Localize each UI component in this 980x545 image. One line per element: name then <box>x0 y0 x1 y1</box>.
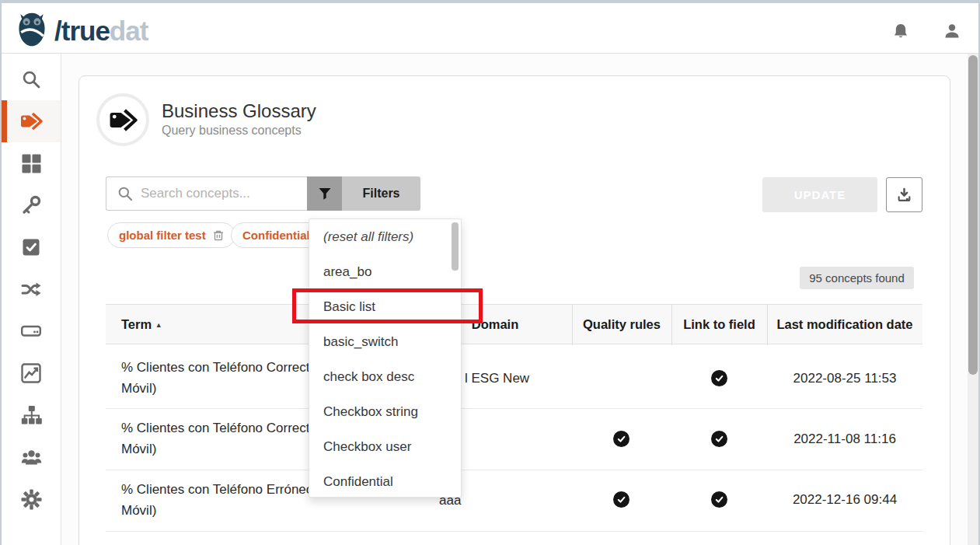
sidebar-item-glossary[interactable] <box>2 100 61 142</box>
chip-label: global filter test <box>119 229 206 242</box>
dropdown-item[interactable]: Confidential <box>309 464 461 499</box>
column-header-link-to-field[interactable]: Link to field <box>671 305 767 345</box>
sidebar-item-dashboards[interactable] <box>2 352 61 394</box>
row-last-modification: 2022-11-08 11:16 <box>767 431 922 447</box>
glossary-avatar <box>96 93 149 146</box>
header-divider <box>572 305 573 345</box>
sidebar-item-structures[interactable] <box>2 394 61 436</box>
column-header-last-modification[interactable]: Last modification date <box>767 305 922 345</box>
sidebar-item-quality[interactable] <box>2 226 61 268</box>
sidebar-item-settings[interactable] <box>2 478 61 520</box>
page-title: Business Glossary <box>162 100 316 122</box>
check-square-icon <box>22 238 40 257</box>
row-divider <box>106 531 922 532</box>
row-divider <box>106 408 922 409</box>
owl-logo-icon <box>14 11 50 51</box>
row-last-modification: 2022-12-16 09:44 <box>767 492 922 508</box>
search-icon <box>117 186 133 201</box>
window-frame-edge <box>0 0 2 545</box>
update-button[interactable]: UPDATE <box>762 177 877 212</box>
link-to-field-check-icon <box>711 491 727 508</box>
row-last-modification: 2022-08-25 11:53 <box>767 371 922 386</box>
link-to-field-check-icon <box>711 370 727 386</box>
dropdown-item[interactable]: Checkbox user <box>309 429 461 464</box>
search-input[interactable] <box>141 186 288 201</box>
dropdown-item[interactable]: Checkbox string <box>309 394 461 429</box>
sidebar-item-permissions[interactable] <box>2 184 61 226</box>
column-header-quality-rules[interactable]: Quality rules <box>572 305 671 345</box>
dropdown-item[interactable]: basic_switch <box>309 324 461 359</box>
header-divider <box>671 305 672 345</box>
hard-drive-icon <box>21 321 41 341</box>
filters-button-label: Filters <box>342 176 420 211</box>
column-header-term[interactable]: Term ▲ <box>121 305 162 345</box>
sidebar-nav <box>2 54 61 545</box>
quality-rules-check-icon <box>613 431 630 447</box>
sidebar-item-search[interactable] <box>2 58 61 100</box>
sidebar-item-data-sources[interactable] <box>2 310 61 352</box>
header-divider <box>767 305 768 345</box>
filters-button[interactable]: Filters <box>307 176 420 211</box>
sidebar-item-catalog[interactable] <box>2 142 61 184</box>
dropdown-item-basic-list[interactable]: Basic list <box>309 289 461 324</box>
filters-dropdown: (reset all filters) area_bo Basic list b… <box>309 218 462 498</box>
gear-icon <box>21 489 42 510</box>
row-domain: l ESG New <box>465 371 529 386</box>
logo-wordmark: /truedat <box>54 16 148 47</box>
key-icon <box>21 195 41 215</box>
results-count-badge: 95 concepts found <box>800 267 914 289</box>
chip-label: Confidential <box>242 229 310 242</box>
funnel-icon <box>307 176 342 211</box>
search-box <box>106 176 307 211</box>
user-icon[interactable] <box>943 23 961 43</box>
filter-chip[interactable]: global filter test <box>107 222 235 248</box>
users-icon <box>21 448 42 466</box>
download-button[interactable] <box>886 177 922 212</box>
truedat-logo[interactable]: /truedat <box>14 11 148 51</box>
row-divider <box>106 470 922 470</box>
table-header: Term ▲ Domain Quality rules Link to fiel… <box>106 304 922 344</box>
dropdown-scrollbar-thumb[interactable] <box>452 222 459 271</box>
chart-line-icon <box>21 363 41 383</box>
active-accent-bar <box>2 100 7 142</box>
shuffle-icon <box>21 279 42 299</box>
quality-rules-check-icon <box>613 491 630 508</box>
link-to-field-check-icon <box>711 431 727 447</box>
bell-icon[interactable] <box>892 23 909 43</box>
grid-icon <box>22 154 41 173</box>
dropdown-item-reset-filters[interactable]: (reset all filters) <box>309 219 461 254</box>
sitemap-icon <box>21 405 42 425</box>
trash-icon[interactable] <box>213 229 224 241</box>
top-bar: /truedat <box>2 3 978 54</box>
download-icon <box>897 187 912 202</box>
sort-asc-icon: ▲ <box>155 321 162 329</box>
search-icon <box>21 69 41 89</box>
sidebar-item-lineage[interactable] <box>2 268 61 310</box>
page-subtitle: Query business concepts <box>162 124 302 138</box>
sidebar-item-users[interactable] <box>2 436 61 478</box>
tags-icon <box>19 111 43 131</box>
tags-icon <box>108 107 138 133</box>
app-window: /truedat <box>0 0 980 545</box>
dropdown-item[interactable]: area_bo <box>309 254 461 289</box>
window-frame-edge <box>0 0 980 3</box>
dropdown-item[interactable]: check box desc <box>309 359 461 394</box>
page-scrollbar-thumb[interactable] <box>968 55 978 375</box>
